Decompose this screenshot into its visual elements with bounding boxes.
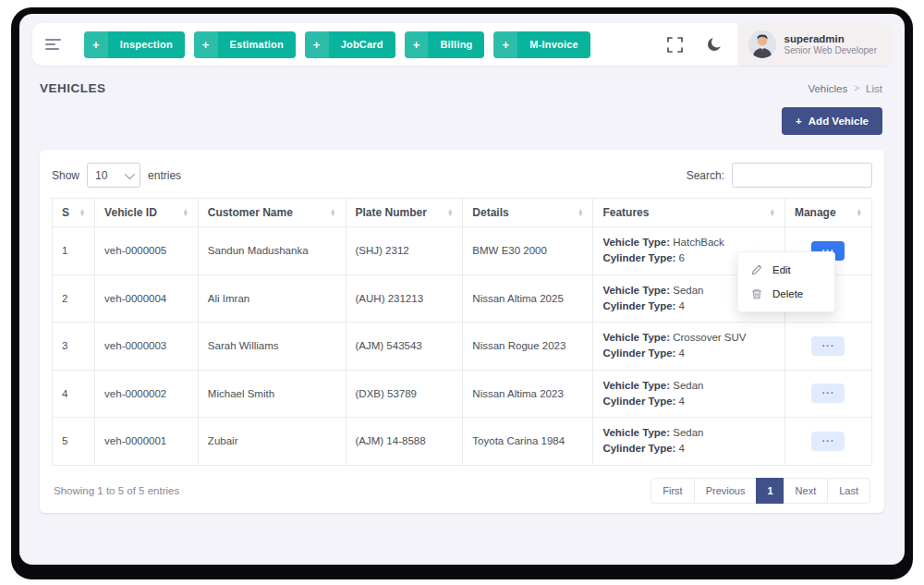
manage-more-button[interactable]: ··· bbox=[811, 432, 845, 451]
page-title: VEHICLES bbox=[40, 81, 106, 95]
estimation-button[interactable]: + Estimation bbox=[194, 31, 296, 58]
breadcrumb-current: List bbox=[866, 83, 882, 94]
breadcrumb-separator: > bbox=[854, 83, 859, 93]
user-role: Senior Web Developer bbox=[784, 45, 877, 57]
delete-menu-item[interactable]: Delete bbox=[738, 282, 834, 306]
billing-button[interactable]: + Billing bbox=[405, 31, 485, 58]
sort-icon: ▲▼ bbox=[79, 209, 85, 215]
user-avatar bbox=[748, 30, 776, 58]
m-invoice-button[interactable]: + M-Invoice bbox=[493, 31, 590, 58]
pagination-next[interactable]: Next bbox=[784, 478, 829, 504]
sort-icon: ▲▼ bbox=[769, 209, 774, 215]
edit-menu-item[interactable]: Edit bbox=[738, 258, 834, 282]
pagination-previous[interactable]: Previous bbox=[694, 478, 758, 504]
table-row: 4 veh-0000002 Michael Smith (DXB) 53789 … bbox=[53, 370, 872, 418]
top-navbar: + Inspection + Estimation + JobCard + Bi… bbox=[32, 23, 892, 66]
dark-mode-moon-icon[interactable] bbox=[699, 29, 730, 60]
breadcrumb: Vehicles > List bbox=[808, 83, 882, 94]
plus-icon: + bbox=[493, 31, 517, 58]
sort-icon: ▲▼ bbox=[857, 209, 862, 215]
table-row: 5 veh-0000001 Zubair (AJM) 14-8588 Toyot… bbox=[53, 418, 872, 466]
pagination: First Previous 1 Next Last bbox=[650, 478, 870, 504]
more-icon: ··· bbox=[821, 340, 834, 351]
table-row: 3 veh-0000003 Sarah Williams (AJM) 54354… bbox=[53, 323, 872, 371]
vehicles-table-card: Show 10 entries Search: bbox=[40, 150, 884, 513]
column-header-s[interactable]: S▲▼ bbox=[53, 199, 95, 227]
sort-icon: ▲▼ bbox=[330, 209, 335, 215]
user-name: superadmin bbox=[784, 32, 877, 45]
table-controls: Show 10 entries Search: bbox=[52, 163, 872, 188]
sort-icon: ▲▼ bbox=[182, 209, 188, 215]
trash-icon bbox=[751, 288, 762, 299]
add-vehicle-button[interactable]: + Add Vehicle bbox=[782, 107, 882, 135]
column-header-details[interactable]: Details▲▼ bbox=[463, 199, 593, 227]
search-label: Search: bbox=[687, 169, 724, 182]
sort-icon: ▲▼ bbox=[578, 209, 583, 215]
pagination-first[interactable]: First bbox=[650, 478, 694, 504]
table-footer: Showing 1 to 5 of 5 entries First Previo… bbox=[52, 478, 872, 504]
pencil-icon bbox=[751, 264, 762, 275]
showing-entries-text: Showing 1 to 5 of 5 entries bbox=[54, 485, 179, 496]
pagination-last[interactable]: Last bbox=[827, 478, 870, 504]
column-header-manage[interactable]: Manage▲▼ bbox=[784, 199, 871, 227]
entries-label: entries bbox=[148, 169, 181, 182]
show-label: Show bbox=[52, 169, 79, 182]
manage-more-button[interactable]: ··· bbox=[811, 336, 845, 356]
page-header: VEHICLES Vehicles > List bbox=[32, 81, 892, 95]
column-header-features[interactable]: Features▲▼ bbox=[593, 199, 785, 227]
more-icon: ··· bbox=[821, 435, 834, 446]
fullscreen-icon[interactable] bbox=[660, 29, 691, 60]
plus-icon: + bbox=[405, 31, 429, 58]
app-screen: + Inspection + Estimation + JobCard + Bi… bbox=[19, 14, 905, 565]
page-size-select[interactable]: 10 bbox=[87, 163, 140, 188]
chevron-down-icon bbox=[125, 168, 135, 178]
pagination-page-1[interactable]: 1 bbox=[756, 478, 784, 504]
plus-icon: + bbox=[796, 116, 802, 127]
breadcrumb-vehicles-link[interactable]: Vehicles bbox=[808, 83, 847, 94]
table-header-row: S▲▼ Vehicle ID▲▼ Customer Name▲▼ Plate N… bbox=[53, 199, 872, 227]
column-header-vehicle-id[interactable]: Vehicle ID▲▼ bbox=[95, 199, 199, 227]
search-input[interactable] bbox=[732, 163, 872, 188]
device-frame: + Inspection + Estimation + JobCard + Bi… bbox=[11, 7, 913, 579]
manage-more-button[interactable]: ··· bbox=[811, 384, 845, 403]
plus-icon: + bbox=[194, 31, 218, 58]
column-header-plate-number[interactable]: Plate Number▲▼ bbox=[346, 199, 463, 227]
sort-icon: ▲▼ bbox=[447, 209, 453, 215]
column-header-customer-name[interactable]: Customer Name▲▼ bbox=[198, 199, 346, 227]
user-menu[interactable]: superadmin Senior Web Developer bbox=[737, 23, 892, 66]
jobcard-button[interactable]: + JobCard bbox=[305, 31, 395, 58]
plus-icon: + bbox=[84, 31, 108, 58]
plus-icon: + bbox=[305, 31, 329, 58]
manage-dropdown-menu: Edit Delete bbox=[737, 251, 835, 312]
quick-create-buttons: + Inspection + Estimation + JobCard + Bi… bbox=[84, 31, 590, 58]
more-icon: ··· bbox=[821, 387, 834, 398]
inspection-button[interactable]: + Inspection bbox=[84, 31, 185, 58]
vehicles-table: S▲▼ Vehicle ID▲▼ Customer Name▲▼ Plate N… bbox=[52, 198, 872, 466]
hamburger-menu-icon[interactable] bbox=[45, 39, 64, 50]
